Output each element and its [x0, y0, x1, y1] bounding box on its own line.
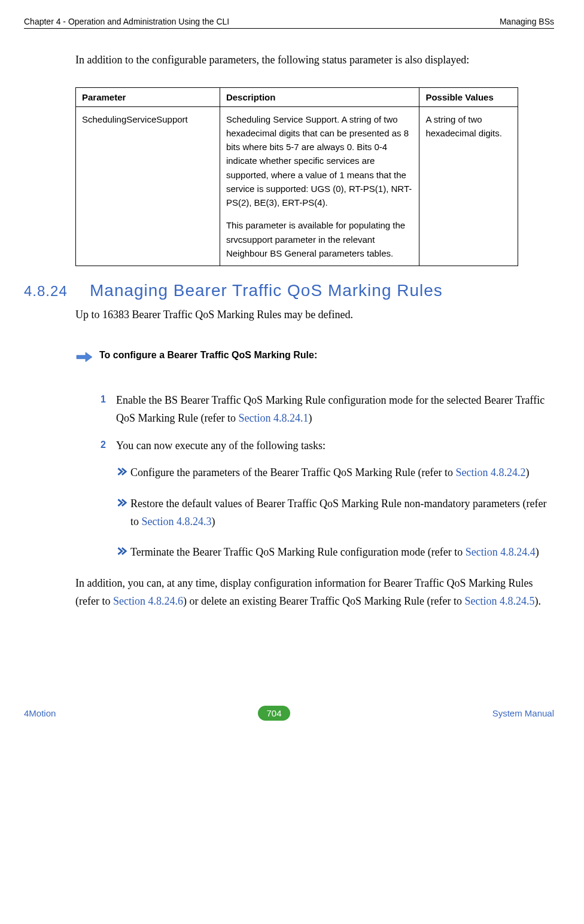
text-frag: Enable the BS Bearer Traffic QoS Marking… — [116, 394, 545, 424]
chevron-right-icon — [116, 547, 130, 556]
chevron-right-icon — [116, 498, 130, 507]
step-text: You can now execute any of the following… — [116, 437, 326, 455]
substep-item: Terminate the Bearer Traffic QoS Marking… — [116, 544, 554, 562]
substep-item: Configure the parameters of the Bearer T… — [116, 464, 554, 482]
section-link[interactable]: Section 4.8.24.3 — [142, 516, 212, 527]
page-number-badge: 704 — [258, 706, 290, 721]
text-frag: ) or delete an existing Bearer Traffic Q… — [183, 595, 465, 607]
section-link[interactable]: Section 4.8.24.5 — [465, 595, 535, 607]
parameter-table: Parameter Description Possible Values Sc… — [75, 87, 518, 267]
substeps-list: Configure the parameters of the Bearer T… — [116, 464, 554, 562]
desc-paragraph-1: Scheduling Service Support. A string of … — [226, 112, 413, 210]
table-row: SchedulingServiceSupport Scheduling Serv… — [76, 106, 518, 266]
step-number: 1 — [101, 392, 116, 427]
substep-text: Restore the default values of Bearer Tra… — [130, 495, 554, 530]
header-right: Managing BSs — [500, 17, 554, 26]
text-frag: ) — [212, 516, 215, 527]
arrow-right-icon — [75, 351, 93, 363]
substep-text: Terminate the Bearer Traffic QoS Marking… — [130, 544, 539, 562]
footer-right: System Manual — [492, 708, 554, 718]
section-body: Up to 16383 Bearer Traffic QoS Marking R… — [75, 309, 554, 321]
section-link[interactable]: Section 4.8.24.6 — [113, 595, 183, 607]
intro-text: In addition to the configurable paramete… — [75, 51, 554, 69]
text-frag: ) — [526, 466, 530, 478]
configure-label: To configure a Bearer Traffic QoS Markin… — [99, 350, 317, 361]
table-header-row: Parameter Description Possible Values — [76, 87, 518, 106]
closing-paragraph: In addition, you can, at any time, displ… — [75, 575, 554, 610]
svg-marker-0 — [77, 352, 92, 362]
section-number: 4.8.24 — [24, 283, 90, 300]
steps-list: 1 Enable the BS Bearer Traffic QoS Marki… — [101, 392, 554, 455]
text-frag: ) — [308, 412, 312, 424]
td-parameter: SchedulingServiceSupport — [76, 106, 220, 266]
step-item: 2 You can now execute any of the followi… — [101, 437, 554, 455]
substep-item: Restore the default values of Bearer Tra… — [116, 495, 554, 530]
section-link[interactable]: Section 4.8.24.1 — [238, 412, 308, 424]
text-frag: Terminate the Bearer Traffic QoS Marking… — [130, 546, 466, 558]
td-description: Scheduling Service Support. A string of … — [220, 106, 419, 266]
step-number: 2 — [101, 437, 116, 455]
text-frag: Configure the parameters of the Bearer T… — [130, 466, 456, 478]
step-text: Enable the BS Bearer Traffic QoS Marking… — [116, 392, 554, 427]
step-item: 1 Enable the BS Bearer Traffic QoS Marki… — [101, 392, 554, 427]
chevron-right-icon — [116, 467, 130, 476]
section-heading: 4.8.24 Managing Bearer Traffic QoS Marki… — [24, 281, 554, 300]
th-parameter: Parameter — [76, 87, 220, 106]
text-frag: ). — [535, 595, 542, 607]
th-description: Description — [220, 87, 419, 106]
section-link[interactable]: Section 4.8.24.2 — [456, 466, 526, 478]
td-possible-values: A string of two hexadecimal digits. — [419, 106, 518, 266]
header-left: Chapter 4 - Operation and Administration… — [24, 17, 229, 26]
substep-text: Configure the parameters of the Bearer T… — [130, 464, 530, 482]
text-frag: ) — [536, 546, 539, 558]
page-header: Chapter 4 - Operation and Administration… — [24, 17, 554, 29]
th-possible-values: Possible Values — [419, 87, 518, 106]
section-title: Managing Bearer Traffic QoS Marking Rule… — [90, 281, 443, 300]
configure-callout: To configure a Bearer Traffic QoS Markin… — [75, 350, 554, 363]
section-link[interactable]: Section 4.8.24.4 — [466, 546, 536, 558]
desc-paragraph-2: This parameter is available for populati… — [226, 218, 413, 260]
footer-left: 4Motion — [24, 708, 56, 718]
page-footer: 4Motion 704 System Manual — [24, 706, 554, 721]
